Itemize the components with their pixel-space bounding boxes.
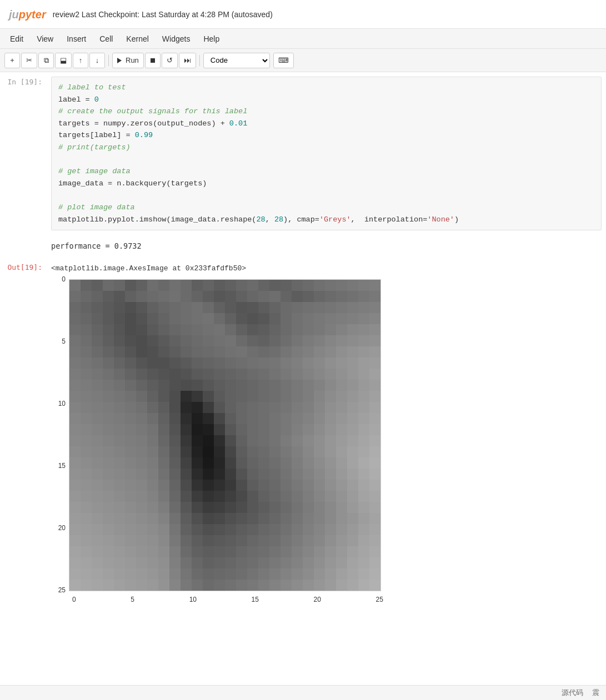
menu-view[interactable]: View: [31, 32, 59, 46]
copy-button[interactable]: ⧉: [38, 53, 54, 68]
input-body-19[interactable]: # label to test label = 0 # create the o…: [47, 74, 606, 233]
code-targets-1: targets = numpy.zeros(output_nodes) + 0.…: [58, 119, 247, 128]
perf-prompt: [2, 237, 47, 255]
run-label: Run: [126, 56, 139, 64]
cut-button[interactable]: ✂: [21, 53, 37, 68]
code-targets-2: targets[label] = 0.99: [58, 131, 153, 139]
code-imshow: matplotlib.pyplot.imshow(image_data.resh…: [58, 215, 459, 224]
move-up-button[interactable]: ↑: [73, 53, 88, 68]
menu-help[interactable]: Help: [198, 32, 225, 46]
y-label-0: 0: [62, 275, 66, 283]
move-down-button[interactable]: ↓: [89, 53, 105, 68]
menu-widgets[interactable]: Widgets: [157, 32, 196, 46]
plot-wrapper: 0510152025: [51, 279, 602, 593]
menu-edit[interactable]: Edit: [4, 32, 29, 46]
x-axis: 0 5 10 15 20 25: [51, 593, 383, 603]
axesimage-output: <matplotlib.image.AxesImage at 0x233fafd…: [51, 262, 602, 275]
menu-insert[interactable]: Insert: [61, 32, 92, 46]
x-label-25: 25: [376, 596, 383, 603]
menu-kernel[interactable]: Kernel: [121, 32, 154, 46]
x-label-0: 0: [72, 596, 76, 603]
status-source: 源代码: [562, 688, 583, 698]
comment-1: # label to test: [58, 83, 126, 92]
code-backquery: image_data = n.backquery(targets): [58, 179, 207, 188]
separator-1: [108, 55, 109, 66]
cell-type-dropdown[interactable]: Code Markdown Raw NBConvert Heading: [203, 53, 270, 68]
play-icon: [117, 58, 122, 63]
y-label-5: 5: [62, 338, 66, 345]
comment-2: # create the output signals for this lab…: [58, 107, 247, 115]
output-prompt-19: Out[19]:: [2, 260, 47, 606]
run-button[interactable]: Run: [112, 53, 144, 68]
y-axis: 0510152025: [51, 279, 69, 590]
toolbar: + ✂ ⧉ ⬓ ↑ ↓ Run ↺ ⏭ Code Markdown Raw NB…: [0, 49, 606, 72]
keyboard-shortcuts-button[interactable]: ⌨: [273, 53, 294, 68]
y-label-25: 25: [58, 586, 66, 594]
x-label-5: 5: [131, 596, 134, 603]
plot-container: 0510152025 0 5 10 15 20 25: [51, 279, 602, 603]
fast-forward-button[interactable]: ⏭: [179, 53, 196, 68]
input-prompt-19: In [19]:: [2, 74, 47, 233]
perf-body: performance = 0.9732: [47, 237, 606, 255]
code-label-assign: label = 0: [58, 95, 99, 104]
y-label-10: 10: [58, 400, 66, 407]
stop-button[interactable]: [145, 53, 161, 68]
output-body-19: <matplotlib.image.AxesImage at 0x233fafd…: [47, 260, 606, 606]
output-cell-19: Out[19]: <matplotlib.image.AxesImage at …: [0, 258, 606, 608]
performance-cell: performance = 0.9732: [0, 235, 606, 258]
y-label-15: 15: [58, 462, 66, 470]
comment-5: # plot image data: [58, 203, 135, 211]
separator-2: [199, 55, 200, 66]
plot-canvas: [69, 279, 381, 591]
restart-button[interactable]: ↺: [162, 53, 178, 68]
notebook-title: review2 Last Checkpoint: Last Saturday a…: [53, 10, 273, 19]
performance-text: performance = 0.9732: [51, 241, 142, 250]
comment-4: # get image data: [58, 167, 131, 175]
jupyter-logo: jupyter: [9, 7, 46, 22]
axesimage-text: <matplotlib.image.AxesImage at 0x233fafd…: [51, 264, 246, 273]
menubar: Edit View Insert Cell Kernel Widgets Hel…: [0, 29, 606, 49]
x-label-10: 10: [189, 596, 197, 603]
status-encoding: 震: [592, 688, 599, 698]
header: jupyter review2 Last Checkpoint: Last Sa…: [0, 0, 606, 29]
add-cell-button[interactable]: +: [4, 53, 20, 68]
notebook-content: In [19]: # label to test label = 0 # cre…: [0, 72, 606, 608]
code-editor-19[interactable]: # label to test label = 0 # create the o…: [51, 77, 602, 230]
y-label-20: 20: [58, 524, 66, 532]
x-label-20: 20: [314, 596, 321, 603]
menu-cell[interactable]: Cell: [94, 32, 118, 46]
comment-3: # print(targets): [58, 143, 131, 152]
x-label-15: 15: [252, 596, 259, 603]
bottom-status: 源代码 震: [0, 685, 606, 700]
paste-button[interactable]: ⬓: [55, 53, 72, 68]
stop-icon: [151, 58, 155, 63]
plot-image-area: [69, 279, 381, 593]
performance-output: performance = 0.9732: [51, 239, 602, 253]
input-cell-19: In [19]: # label to test label = 0 # cre…: [0, 72, 606, 235]
